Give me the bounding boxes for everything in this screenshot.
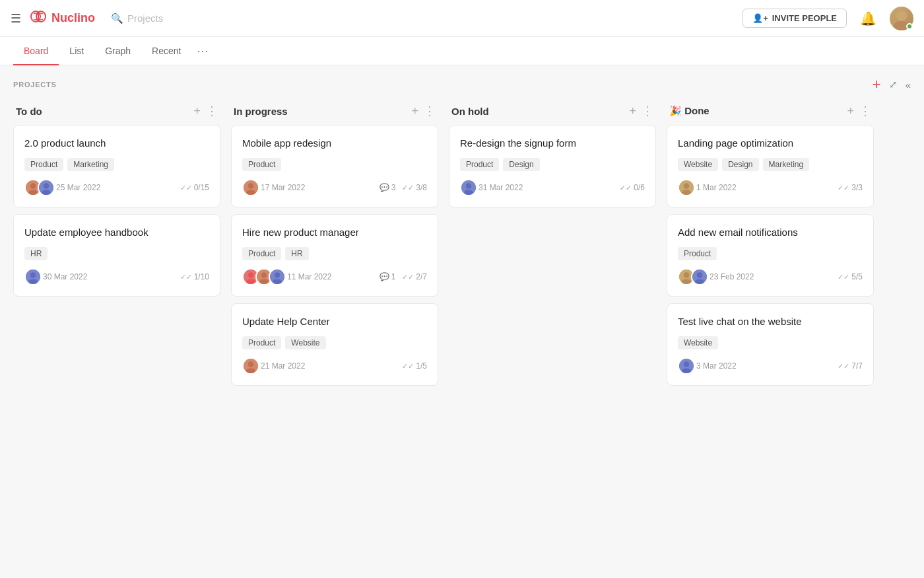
svg-point-21 (261, 272, 267, 277)
card-tags: HR (24, 247, 209, 260)
card-tag: Product (242, 247, 281, 260)
card-footer: 30 Mar 2022 ✓✓ 1/10 (24, 268, 209, 285)
card-tag: HR (24, 247, 48, 260)
column-menu-button[interactable]: ⋮ (424, 105, 436, 117)
card-c2[interactable]: Update employee handbook HR 30 Mar 2022 … (13, 214, 220, 297)
add-card-button[interactable]: + (847, 105, 854, 117)
collapse-icon[interactable]: « (906, 79, 911, 90)
svg-point-12 (30, 272, 36, 277)
card-c6[interactable]: Re-design the signup form ProductDesign … (449, 125, 656, 207)
comment-stat: 💬 1 (380, 272, 396, 281)
card-meta: 17 Mar 2022 (242, 179, 305, 196)
svg-point-30 (466, 183, 471, 188)
checkmark-icon: ✓✓ (180, 184, 192, 192)
svg-point-43 (682, 368, 691, 373)
logo-icon (29, 7, 48, 30)
add-card-button[interactable]: + (629, 105, 636, 117)
column-onhold: On hold + ⋮ Re-design the signup form Pr… (444, 100, 661, 392)
card-meta: 30 Mar 2022 (24, 268, 87, 285)
add-card-button[interactable]: + (411, 105, 418, 117)
card-c4[interactable]: Hire new product manager ProductHR 11 Ma… (231, 214, 438, 297)
check-stat: ✓✓ 0/6 (620, 183, 645, 192)
card-tag: Website (285, 336, 325, 349)
column-header-inprogress: In progress + ⋮ (231, 100, 438, 125)
logo[interactable]: Nuclino (29, 7, 95, 30)
column-inprogress: In progress + ⋮ Mobile app redesign Prod… (226, 100, 444, 392)
card-date: 11 Mar 2022 (287, 272, 331, 281)
menu-icon[interactable]: ☰ (11, 11, 21, 26)
card-meta: 3 Mar 2022 (678, 357, 737, 375)
card-footer: 1 Mar 2022 ✓✓ 3/3 (678, 179, 863, 196)
checkmark-icon: ✓✓ (838, 362, 849, 371)
card-c1[interactable]: 2.0 product launch ProductMarketing 25 M… (13, 125, 220, 207)
card-footer: 11 Mar 2022 💬 1 ✓✓ 2/7 (242, 268, 427, 285)
add-card-button[interactable]: + (193, 105, 201, 117)
card-avatar (242, 179, 259, 196)
column-menu-button[interactable]: ⋮ (642, 105, 653, 117)
tab-board[interactable]: Board (13, 38, 59, 65)
card-footer: 17 Mar 2022 💬 3 ✓✓ 3/8 (242, 179, 427, 196)
card-title: Landing page optimization (678, 136, 863, 150)
nav-right: 👤+ INVITE PEOPLE 🔔 (742, 7, 913, 30)
tab-graph[interactable]: Graph (94, 38, 141, 65)
column-header-onhold: On hold + ⋮ (449, 100, 656, 125)
card-tag: Design (722, 158, 758, 171)
svg-point-16 (246, 190, 255, 195)
card-footer: 3 Mar 2022 ✓✓ 7/7 (678, 357, 863, 375)
card-date: 25 Mar 2022 (56, 183, 100, 192)
card-stats: ✓✓ 3/3 (838, 183, 863, 192)
svg-point-9 (44, 183, 49, 188)
search-icon: 🔍 (111, 13, 123, 24)
card-stats: ✓✓ 0/15 (180, 183, 209, 192)
column-menu-button[interactable]: ⋮ (206, 105, 218, 117)
card-tag: Marketing (763, 158, 810, 171)
card-meta: 23 Feb 2022 (678, 268, 754, 285)
card-title: 2.0 product launch (24, 136, 209, 150)
add-project-button[interactable]: + (873, 76, 881, 93)
card-tags: ProductMarketing (24, 158, 209, 171)
card-title: Add new email notifications (678, 225, 863, 239)
card-title: Mobile app redesign (242, 136, 427, 150)
tab-bar: Board List Graph Recent ⋯ (0, 37, 924, 65)
svg-point-25 (273, 279, 282, 284)
card-avatar (24, 268, 42, 285)
comment-icon: 💬 (380, 183, 389, 192)
svg-point-31 (464, 190, 473, 195)
card-tag: Marketing (67, 158, 114, 171)
search-area[interactable]: 🔍 Projects (111, 13, 163, 24)
card-title: Test live chat on the website (678, 314, 863, 328)
card-c7[interactable]: Landing page optimization WebsiteDesignM… (667, 125, 874, 207)
checkmark-icon: ✓✓ (402, 362, 414, 371)
expand-icon[interactable]: ⤢ (889, 79, 898, 90)
tab-more-icon[interactable]: ⋯ (191, 37, 214, 65)
column-menu-button[interactable]: ⋮ (859, 105, 871, 117)
card-tags: ProductHR (242, 247, 427, 260)
tab-recent[interactable]: Recent (141, 38, 191, 65)
card-c5[interactable]: Update Help Center ProductWebsite 21 Mar… (231, 303, 438, 386)
card-c8[interactable]: Add new email notifications Product 23 F… (667, 214, 874, 297)
card-meta: 11 Mar 2022 (242, 268, 331, 285)
card-avatar (678, 357, 695, 375)
svg-point-42 (684, 361, 689, 367)
card-avatars (24, 268, 38, 285)
card-tag: Design (503, 158, 539, 171)
card-c3[interactable]: Mobile app redesign Product 17 Mar 2022 … (231, 125, 438, 207)
user-avatar[interactable] (890, 7, 913, 30)
invite-people-button[interactable]: 👤+ INVITE PEOPLE (742, 9, 847, 28)
svg-point-6 (30, 183, 36, 188)
card-date: 30 Mar 2022 (43, 272, 87, 281)
card-c9[interactable]: Test live chat on the website Website 3 … (667, 303, 874, 386)
card-avatar (269, 268, 286, 285)
header-actions: + ⤢ « (873, 76, 911, 93)
card-title: Re-design the signup form (460, 136, 645, 150)
check-stat: ✓✓ 0/15 (180, 183, 209, 192)
card-avatar (460, 179, 477, 196)
tab-list[interactable]: List (59, 38, 94, 65)
notifications-icon[interactable]: 🔔 (860, 11, 876, 26)
checkmark-icon: ✓✓ (838, 184, 849, 192)
checkmark-icon: ✓✓ (838, 273, 849, 281)
card-tags: WebsiteDesignMarketing (678, 158, 863, 171)
card-stats: ✓✓ 7/7 (838, 361, 863, 371)
card-tag: Product (242, 336, 281, 349)
checkmark-icon: ✓✓ (402, 273, 414, 281)
